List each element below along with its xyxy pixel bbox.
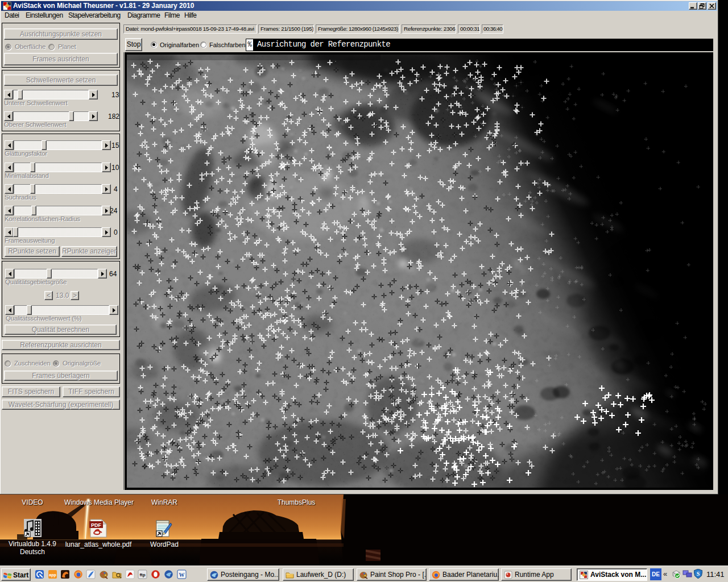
svg-text:PDF: PDF — [91, 522, 102, 528]
svg-text:ftp: ftp — [139, 572, 145, 577]
svg-text:W: W — [179, 572, 185, 578]
svg-text:S: S — [697, 571, 700, 577]
svg-text:app: app — [49, 573, 56, 577]
